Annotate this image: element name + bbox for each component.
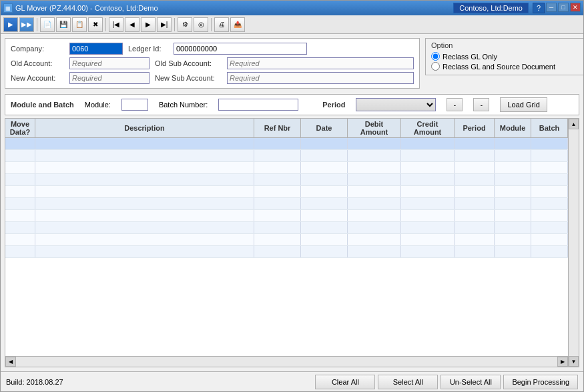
- table-row[interactable]: [5, 138, 568, 150]
- load-grid-button[interactable]: Load Grid: [500, 97, 547, 112]
- col-header-desc: Description: [35, 119, 254, 137]
- ledger-input[interactable]: [174, 43, 307, 55]
- old-sub-account-input[interactable]: [227, 57, 414, 69]
- close-button[interactable]: ✕: [570, 3, 581, 12]
- module-input[interactable]: [121, 99, 148, 111]
- grid-cell-debit: [348, 150, 401, 161]
- clear-all-button[interactable]: Clear All: [315, 375, 375, 389]
- toolbar-separator-3: [174, 18, 175, 31]
- select-all-button[interactable]: Select All: [378, 375, 438, 389]
- table-row[interactable]: [5, 246, 568, 258]
- col-header-debit: Debit Amount: [348, 119, 401, 137]
- radio-reclass-gl-only[interactable]: [431, 52, 440, 61]
- maximize-button[interactable]: □: [558, 3, 569, 12]
- last-button[interactable]: ▶|: [157, 17, 172, 32]
- table-row[interactable]: [5, 222, 568, 234]
- module-batch-title: Module and Batch: [11, 101, 74, 109]
- grid-cell-credit: [401, 138, 455, 149]
- run-button[interactable]: ▶: [3, 17, 18, 32]
- col-header-ref: Ref Nbr: [254, 119, 301, 137]
- delete-button[interactable]: ✖: [88, 17, 103, 32]
- period-minus2-btn[interactable]: -: [473, 98, 489, 111]
- option-section: Option Reclass GL Only Reclass GL and So…: [425, 38, 583, 75]
- scroll-track[interactable]: [16, 357, 557, 367]
- table-row[interactable]: [5, 150, 568, 162]
- main-window: ▦ GL Mover (PZ.444.00) - Contoso, Ltd:De…: [0, 0, 584, 392]
- table-row[interactable]: [5, 186, 568, 198]
- col-header-move: MoveData?: [5, 119, 35, 137]
- main-form: Company: Ledger Id: Old Account: Old Sub…: [5, 38, 420, 89]
- grid-wrapper: MoveData? Description Ref Nbr Date Debit…: [5, 119, 579, 367]
- form-top: Company: Ledger Id: Old Account: Old Sub…: [5, 38, 579, 91]
- save-as-button[interactable]: 📋: [72, 17, 87, 32]
- new-account-row: New Account: New Sub Account:: [11, 72, 414, 84]
- toolbar-separator-1: [37, 18, 37, 31]
- col-header-module: Module: [495, 119, 531, 137]
- grid-cell-move: [5, 150, 35, 161]
- grid-cell-batch: [531, 150, 568, 161]
- status-buttons: Clear All Select All Un-Select All Begin…: [315, 375, 578, 389]
- export-button[interactable]: 📤: [230, 17, 245, 32]
- run2-button[interactable]: ▶▶: [19, 17, 34, 32]
- period-title: Period: [322, 101, 345, 109]
- new-button[interactable]: 📄: [40, 17, 55, 32]
- grid-cell-module: [495, 138, 531, 149]
- period-minus1-btn[interactable]: -: [447, 98, 463, 111]
- new-sub-account-label: New Sub Account:: [155, 74, 222, 82]
- radio-reclass-gl-source[interactable]: [431, 62, 440, 71]
- grid-container: MoveData? Description Ref Nbr Date Debit…: [5, 118, 579, 367]
- vertical-scrollbar[interactable]: ▲ ▼: [568, 119, 579, 367]
- next-button[interactable]: ▶: [141, 17, 156, 32]
- scroll-right-button[interactable]: ▶: [557, 357, 568, 367]
- main-content: Company: Ledger Id: Old Account: Old Sub…: [1, 34, 583, 371]
- ledger-label: Ledger Id:: [128, 45, 168, 53]
- horizontal-scrollbar[interactable]: ◀ ▶: [5, 356, 568, 367]
- prev-button[interactable]: ◀: [125, 17, 139, 32]
- new-account-input[interactable]: [69, 72, 150, 84]
- grid-cell-module: [495, 150, 531, 161]
- toggle-button[interactable]: ◎: [194, 17, 208, 32]
- scroll-thumb-track[interactable]: [569, 129, 579, 356]
- title-bar-right: Contoso, Ltd:Demo ? ─ □ ✕: [453, 3, 581, 13]
- old-sub-account-label: Old Sub Account:: [155, 59, 222, 67]
- title-bar-left: ▦ GL Mover (PZ.444.00) - Contoso, Ltd:De…: [3, 3, 158, 13]
- build-label: Build:: [6, 378, 25, 386]
- radio-row-2: Reclass GL and Source Document: [431, 62, 579, 71]
- company-badge: Contoso, Ltd:Demo: [453, 3, 529, 13]
- company-row: Company: Ledger Id:: [11, 43, 414, 55]
- begin-processing-button[interactable]: Begin Processing: [503, 375, 578, 389]
- grid-cell-ref: [254, 138, 301, 149]
- save-button[interactable]: 💾: [56, 17, 71, 32]
- period-select[interactable]: [356, 98, 436, 111]
- unselect-all-button[interactable]: Un-Select All: [441, 375, 501, 389]
- title-bar: ▦ GL Mover (PZ.444.00) - Contoso, Ltd:De…: [1, 1, 583, 15]
- help-button[interactable]: ?: [533, 3, 545, 13]
- refresh-button[interactable]: ⚙: [178, 17, 192, 32]
- grid-cell-date: [301, 138, 348, 149]
- new-sub-account-input[interactable]: [227, 72, 414, 84]
- table-row[interactable]: [5, 210, 568, 222]
- table-row[interactable]: [5, 198, 568, 210]
- grid-cell-date: [301, 150, 348, 161]
- first-button[interactable]: |◀: [109, 17, 123, 32]
- status-bar: Build: 2018.08.27 Clear All Select All U…: [1, 371, 583, 391]
- company-input[interactable]: [69, 43, 123, 55]
- scroll-up-button[interactable]: ▲: [569, 119, 579, 129]
- print-button[interactable]: 🖨: [214, 17, 229, 32]
- old-account-input[interactable]: [69, 57, 150, 69]
- scroll-left-button[interactable]: ◀: [5, 357, 16, 367]
- col-header-batch: Batch: [531, 119, 568, 137]
- grid-cell-desc: [35, 138, 254, 149]
- col-header-date: Date: [301, 119, 348, 137]
- batch-number-input[interactable]: [218, 99, 298, 111]
- table-row[interactable]: [5, 162, 568, 174]
- minimize-button[interactable]: ─: [546, 3, 557, 12]
- table-row[interactable]: [5, 174, 568, 186]
- scroll-down-button[interactable]: ▼: [569, 356, 579, 367]
- build-version: 2018.08.27: [27, 378, 63, 386]
- grid-body[interactable]: [5, 138, 568, 356]
- new-account-label: New Account:: [11, 74, 64, 82]
- grid-cell-batch: [531, 138, 568, 149]
- option-title: Option: [431, 41, 579, 49]
- table-row[interactable]: [5, 234, 568, 246]
